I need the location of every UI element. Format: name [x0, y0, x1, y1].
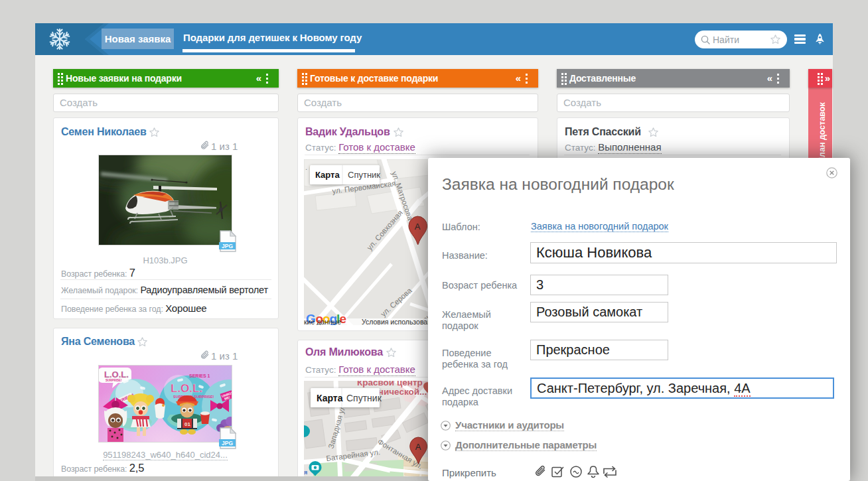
svg-text:А: А — [415, 442, 421, 452]
svg-text:JPG: JPG — [222, 243, 233, 249]
svg-text:L.O.L.: L.O.L. — [104, 370, 129, 379]
svg-text:Спутник: Спутник — [348, 170, 380, 180]
svg-text:Спутник: Спутник — [346, 393, 382, 403]
svg-text:SERIES 1: SERIES 1 — [189, 374, 210, 378]
svg-text:А: А — [415, 222, 421, 232]
svg-text:я: я — [304, 469, 307, 476]
svg-text:L.O.L.: L.O.L. — [171, 382, 202, 395]
svg-text:Карта: Карта — [315, 170, 340, 180]
svg-text:SURPRISE!: SURPRISE! — [106, 379, 122, 382]
svg-text:Карта: Карта — [317, 393, 343, 403]
svg-text:01: 01 — [184, 421, 190, 427]
svg-text:кие данные: кие данные — [304, 318, 341, 325]
svg-text:JPG: JPG — [222, 440, 233, 447]
